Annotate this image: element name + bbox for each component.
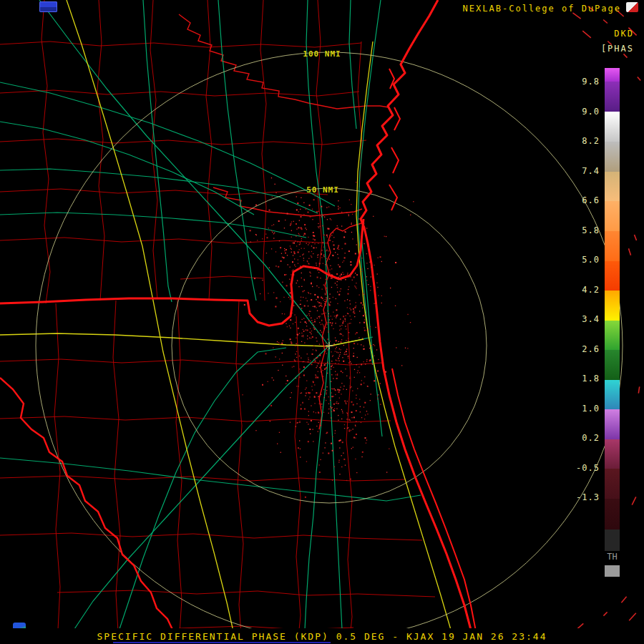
colorbar-segment (605, 350, 620, 380)
colorbar-labels: 9.89.08.27.46.65.85.04.23.42.61.81.00.2-… (564, 0, 600, 644)
colorbar-tick-label: 4.2 (582, 285, 600, 295)
colorbar-segment (605, 261, 620, 291)
colorbar-segment (605, 439, 620, 469)
colorbar-segment (605, 142, 620, 172)
colorbar-tick-label: 7.4 (582, 166, 600, 176)
colorbar-segment (605, 530, 620, 551)
product-title: SPECIFIC DIFFERENTIAL PHASE (KDP) 0.5 DE… (0, 631, 644, 642)
range-ring-label-100: 100 NMI (290, 49, 354, 59)
colorbar-segment (605, 409, 620, 439)
colorbar-segment (605, 291, 620, 321)
colorbar-tick-label: 1.8 (582, 374, 600, 384)
coastline-state-border (0, 0, 474, 644)
colorbar-segment (605, 112, 620, 142)
colorbar-th-block (605, 565, 620, 577)
radar-viewer: 100 NMI 50 NMI NEXLAB-College of DuPage … (0, 0, 644, 644)
product-code: DKD (614, 29, 634, 39)
colorbar-segment (605, 380, 620, 409)
colorbar-tick-label: 5.0 (582, 255, 600, 265)
colorbar-segment (605, 321, 620, 350)
colorbar-segment (605, 201, 620, 231)
colorbar-tick-label: 1.0 (582, 404, 600, 414)
barrier-islands (0, 69, 478, 644)
colorbar-tick-label: 9.8 (582, 77, 600, 87)
radar-map (0, 0, 644, 644)
colorbar-tick-label: -0.5 (576, 463, 600, 473)
colorbar-tick-label: 0.2 (582, 433, 600, 443)
colorbar-segment (605, 499, 620, 530)
colorbar-tick-label: 3.4 (582, 314, 600, 324)
highways-secondary (0, 0, 421, 644)
status-bar: SPECIFIC DIFFERENTIAL PHASE (KDP) 0.5 DE… (0, 628, 644, 644)
county-boundaries-georgia (0, 0, 366, 303)
range-rings (36, 52, 623, 639)
range-ring-label-50: 50 NMI (291, 185, 355, 195)
colorbar-segments (605, 68, 620, 551)
colorbar-segment (605, 231, 620, 261)
colorbar-th-label: TH (605, 552, 620, 562)
colorbar-segment (605, 469, 620, 499)
colorbar-tick-label: 2.6 (582, 344, 600, 354)
colorbar-tick-label: 8.2 (582, 136, 600, 146)
colorbar-tick-label: -1.3 (576, 492, 600, 502)
colorbar-segment (605, 68, 620, 82)
colorbar-tick-label: 9.0 (582, 107, 600, 117)
brand-icon[interactable] (626, 2, 638, 12)
window-icon[interactable] (39, 1, 57, 12)
status-underline (113, 642, 331, 643)
units-label: [PHAS (601, 44, 634, 54)
colorbar-segment (605, 172, 620, 201)
colorbar-tick-label: 6.6 (582, 195, 600, 205)
colorbar-tick-label: 5.8 (582, 225, 600, 235)
colorbar-segment (605, 82, 620, 112)
